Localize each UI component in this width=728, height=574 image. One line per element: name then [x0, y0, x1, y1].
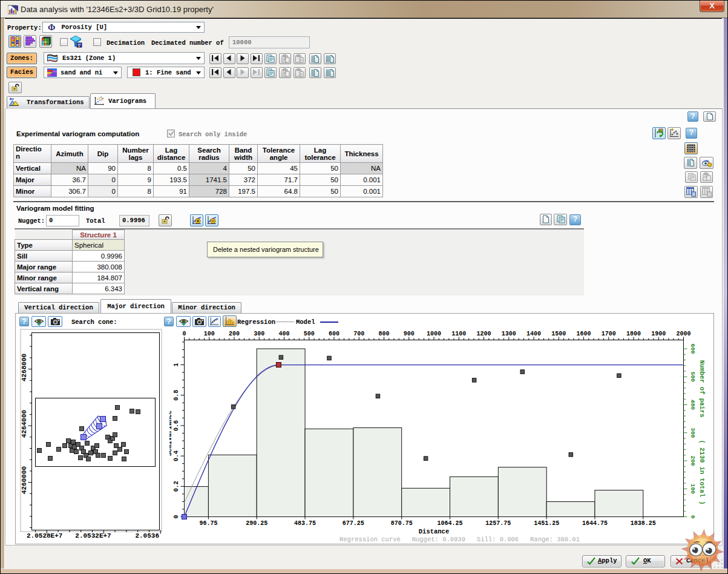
svg-text:1200: 1200	[476, 331, 491, 337]
svg-text:400: 400	[689, 400, 696, 410]
svg-text:200: 200	[689, 455, 696, 466]
svg-text:100: 100	[689, 484, 696, 494]
svg-text:2.0532E+7: 2.0532E+7	[75, 532, 111, 539]
svg-text:0: 0	[689, 515, 696, 519]
svg-text:1838.25: 1838.25	[631, 520, 656, 527]
svg-text:200: 200	[229, 331, 240, 337]
svg-text:96.75: 96.75	[199, 520, 217, 527]
svg-text:290.25: 290.25	[246, 520, 267, 527]
svg-text:0: 0	[182, 331, 186, 337]
svg-text:500: 500	[304, 331, 315, 337]
svg-text:1257.75: 1257.75	[485, 520, 511, 527]
svg-text:1400: 1400	[526, 331, 541, 337]
svg-text:1451.25: 1451.25	[534, 520, 559, 527]
svg-text:0.2: 0.2	[173, 481, 180, 492]
svg-text:0: 0	[173, 515, 180, 518]
svg-text:1500: 1500	[551, 331, 566, 337]
svg-text:0.6: 0.6	[173, 420, 180, 431]
svg-text:400: 400	[278, 331, 289, 337]
svg-text:4260000: 4260000	[21, 466, 28, 494]
svg-text:600: 600	[689, 343, 696, 354]
svg-text:500: 500	[689, 372, 696, 382]
svg-text:Semivariance: Semivariance	[169, 411, 173, 457]
svg-text:( 2130 in total ): ( 2130 in total )	[698, 440, 706, 504]
svg-text:1100: 1100	[451, 331, 466, 337]
svg-text:300: 300	[689, 427, 696, 438]
svg-text:483.75: 483.75	[294, 520, 316, 527]
svg-text:677.25: 677.25	[343, 520, 364, 527]
svg-text:600: 600	[329, 331, 339, 337]
svg-text:2.0536: 2.0536	[135, 532, 159, 539]
svg-text:2.0528E+7: 2.0528E+7	[27, 532, 62, 539]
svg-text:300: 300	[254, 331, 264, 337]
svg-text:4268000: 4268000	[21, 354, 28, 381]
svg-text:100: 100	[204, 331, 215, 337]
svg-text:4264000: 4264000	[21, 410, 28, 438]
svg-text:870.75: 870.75	[391, 520, 413, 527]
svg-text:1600: 1600	[576, 331, 591, 337]
svg-text:700: 700	[353, 331, 364, 337]
svg-text:1064.25: 1064.25	[437, 520, 462, 527]
svg-text:1900: 1900	[651, 331, 666, 337]
svg-text:1300: 1300	[502, 331, 516, 337]
svg-text:1644.75: 1644.75	[582, 520, 608, 527]
svg-text:0.4: 0.4	[173, 450, 180, 461]
svg-text:0.8: 0.8	[173, 390, 180, 401]
svg-text:2000: 2000	[676, 331, 690, 337]
svg-text:1: 1	[173, 363, 180, 366]
svg-text:1800: 1800	[626, 331, 641, 337]
svg-text:1700: 1700	[602, 331, 616, 337]
svg-text:Distance: Distance	[419, 528, 449, 535]
svg-text:900: 900	[404, 331, 415, 337]
svg-text:Number of pairs: Number of pairs	[698, 360, 706, 418]
svg-text:800: 800	[378, 331, 389, 337]
svg-text:1000: 1000	[427, 331, 441, 337]
